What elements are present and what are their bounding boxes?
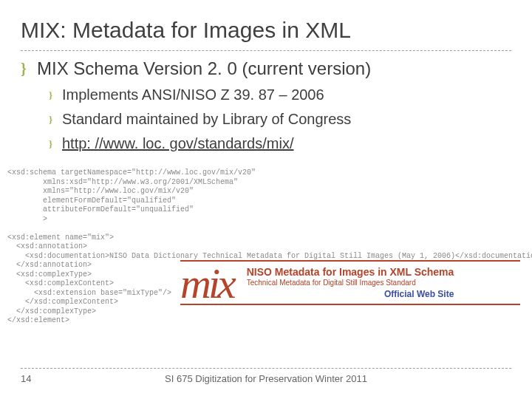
bullet-level2-link[interactable]: http: //www. loc. gov/standards/mix/ xyxy=(62,135,293,152)
bullet-level1: } MIX Schema Version 2. 0 (current versi… xyxy=(21,58,511,79)
page-number: 14 xyxy=(21,373,65,384)
bullet-level2-text: Standard maintained by Library of Congre… xyxy=(62,111,351,128)
footer-text: SI 675 Digitization for Preservation Win… xyxy=(65,373,467,384)
mix-logo: mix NISO Metadata for Images in XML Sche… xyxy=(180,260,520,305)
slide-title: MIX: Metadata for Images in XML xyxy=(21,18,511,43)
bullet-level1-text: MIX Schema Version 2. 0 (current version… xyxy=(37,58,371,79)
bullet-icon: } xyxy=(49,139,62,149)
mix-wordmark: mix xyxy=(180,269,233,299)
slide-footer: 14 SI 675 Digitization for Preservation … xyxy=(21,368,511,384)
bullet-level2-text: Implements ANSI/NISO Z 39. 87 – 2006 xyxy=(62,86,324,103)
bullet-icon: } xyxy=(49,90,62,100)
logo-text-block: NISO Metadata for Images in XML Schema T… xyxy=(247,266,454,299)
logo-heading: NISO Metadata for Images in XML Schema xyxy=(247,266,454,278)
bullet-icon: } xyxy=(49,115,62,124)
logo-row: mix NISO Metadata for Images in XML Sche… xyxy=(180,262,520,304)
bullet-level2: } Standard maintained by Library of Cong… xyxy=(49,111,511,128)
title-divider xyxy=(21,50,511,51)
footer-row: 14 SI 675 Digitization for Preservation … xyxy=(21,373,511,384)
bullet-level2: } Implements ANSI/NISO Z 39. 87 – 2006 xyxy=(49,86,511,103)
bullet-level2: } http: //www. loc. gov/standards/mix/ xyxy=(49,135,511,152)
logo-tagline: Official Web Site xyxy=(247,289,454,299)
footer-divider xyxy=(21,368,511,369)
slide: MIX: Metadata for Images in XML } MIX Sc… xyxy=(0,0,532,399)
bullet-icon: } xyxy=(21,61,37,76)
logo-subheading: Technical Metadata for Digital Still Ima… xyxy=(247,279,454,287)
footer-spacer xyxy=(467,373,511,384)
